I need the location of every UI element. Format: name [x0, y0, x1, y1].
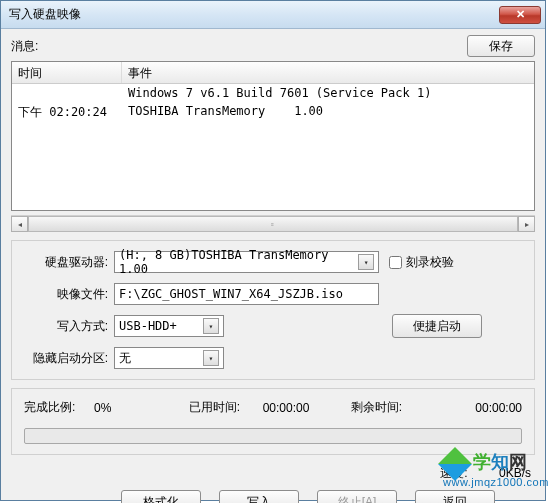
quick-boot-button[interactable]: 便捷启动 [392, 314, 482, 338]
horizontal-scrollbar[interactable]: ◂ ≡ ▸ [11, 215, 535, 232]
save-button[interactable]: 保存 [467, 35, 535, 57]
image-file-input[interactable] [114, 283, 379, 305]
verify-checkbox-input[interactable] [389, 256, 402, 269]
write-mode-value: USB-HDD+ [119, 319, 177, 333]
progress-bar [24, 428, 522, 444]
cell-time [12, 84, 122, 102]
settings-group: 硬盘驱动器: (H:, 8 GB)TOSHIBA TransMemory 1.0… [11, 240, 535, 380]
log-body: Windows 7 v6.1 Build 7601 (Service Pack … [12, 84, 534, 210]
chevron-down-icon[interactable]: ▾ [358, 254, 374, 270]
drive-combobox[interactable]: (H:, 8 GB)TOSHIBA TransMemory 1.00 ▾ [114, 251, 379, 273]
cell-time: 下午 02:20:24 [12, 102, 122, 123]
drive-label: 硬盘驱动器: [24, 254, 114, 271]
list-item[interactable]: 下午 02:20:24 TOSHIBA TransMemory 1.00 [12, 102, 534, 123]
list-item[interactable]: Windows 7 v6.1 Build 7601 (Service Pack … [12, 84, 534, 102]
log-listbox[interactable]: 时间 事件 Windows 7 v6.1 Build 7601 (Service… [11, 61, 535, 211]
cell-event: TOSHIBA TransMemory 1.00 [122, 102, 534, 123]
cell-event: Windows 7 v6.1 Build 7601 (Service Pack … [122, 84, 534, 102]
dialog-window: 写入硬盘映像 ✕ 消息: 保存 时间 事件 Windows 7 v6.1 Bui… [0, 0, 546, 501]
abort-button: 终止[A] [317, 490, 397, 503]
scroll-track[interactable]: ≡ [28, 216, 518, 232]
back-button[interactable]: 返回 [415, 490, 495, 503]
hidden-partition-value: 无 [119, 350, 131, 367]
image-label: 映像文件: [24, 286, 114, 303]
remain-value: 00:00:00 [408, 401, 522, 415]
chevron-down-icon[interactable]: ▾ [203, 318, 219, 334]
verify-label: 刻录校验 [406, 254, 454, 271]
verify-checkbox[interactable]: 刻录校验 [389, 254, 454, 271]
write-mode-label: 写入方式: [24, 318, 114, 335]
speed-label: 速度: [440, 466, 467, 480]
hidden-partition-label: 隐藏启动分区: [24, 350, 114, 367]
button-row: 格式化 写入 终止[A] 返回 [11, 490, 535, 503]
log-header: 时间 事件 [12, 62, 534, 84]
close-button[interactable]: ✕ [499, 6, 541, 24]
done-value: 0% [94, 401, 174, 415]
write-mode-combobox[interactable]: USB-HDD+ ▾ [114, 315, 224, 337]
speed-value: 0KB/s [471, 466, 531, 480]
col-header-time[interactable]: 时间 [12, 62, 122, 83]
progress-group: 完成比例: 0% 已用时间: 00:00:00 剩余时间: 00:00:00 [11, 388, 535, 455]
message-label: 消息: [11, 38, 38, 55]
col-header-event[interactable]: 事件 [122, 62, 534, 83]
elapsed-label: 已用时间: [180, 399, 240, 416]
scroll-left-icon[interactable]: ◂ [11, 216, 28, 232]
hidden-partition-combobox[interactable]: 无 ▾ [114, 347, 224, 369]
scroll-right-icon[interactable]: ▸ [518, 216, 535, 232]
title-bar[interactable]: 写入硬盘映像 ✕ [1, 1, 545, 29]
drive-value: (H:, 8 GB)TOSHIBA TransMemory 1.00 [119, 248, 358, 276]
remain-label: 剩余时间: [332, 399, 402, 416]
chevron-down-icon[interactable]: ▾ [203, 350, 219, 366]
done-label: 完成比例: [24, 399, 88, 416]
content-area: 消息: 保存 时间 事件 Windows 7 v6.1 Build 7601 (… [1, 29, 545, 500]
write-button[interactable]: 写入 [219, 490, 299, 503]
window-title: 写入硬盘映像 [9, 6, 81, 23]
elapsed-value: 00:00:00 [246, 401, 326, 415]
scroll-thumb[interactable]: ≡ [28, 216, 518, 232]
format-button[interactable]: 格式化 [121, 490, 201, 503]
